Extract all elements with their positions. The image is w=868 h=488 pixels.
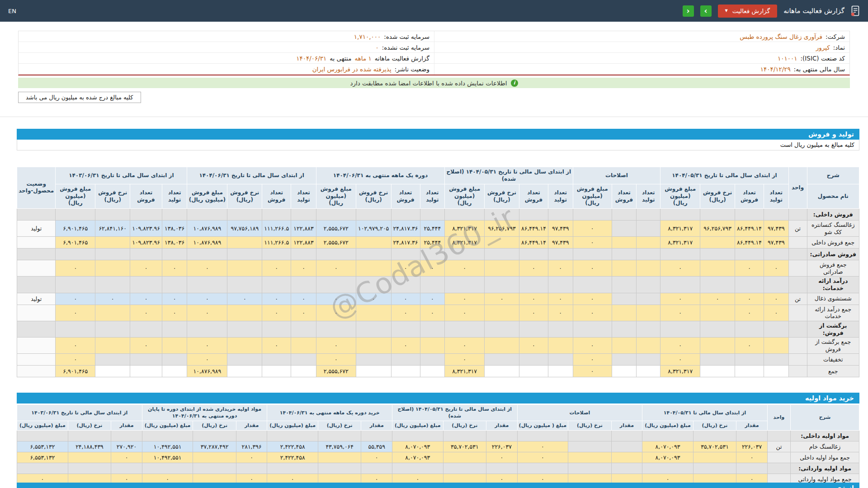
value-cell: ۲,۵۵۵,۶۷۲ bbox=[316, 366, 356, 377]
previous-announcement-button[interactable]: ‹ bbox=[683, 5, 694, 17]
value-cell: ۰ bbox=[316, 305, 356, 321]
value-cell bbox=[162, 366, 187, 377]
value-cell: ۱۰,۸۷۶,۹۸۹ bbox=[187, 366, 227, 377]
report-type-dropdown[interactable]: گزارش فعالیت ▼ bbox=[718, 5, 778, 18]
empty-cell bbox=[17, 321, 56, 337]
unit-cell bbox=[767, 452, 790, 463]
value-cell: ۰ bbox=[735, 260, 764, 277]
empty-cell bbox=[485, 321, 519, 337]
row-title-cell: زغالسنگ خام bbox=[791, 441, 859, 452]
empty-cell bbox=[517, 431, 568, 441]
empty-cell bbox=[735, 321, 764, 337]
value-cell: ۰ bbox=[519, 293, 548, 305]
next-announcement-button[interactable]: › bbox=[700, 5, 712, 17]
value-cell: ۸۶,۴۴۹.۱۴ bbox=[519, 237, 548, 249]
table-row: جمع۸,۳۲۱,۳۱۷۰۸,۳۲۱,۳۱۷۲,۵۵۵,۶۷۲۱۰,۸۷۶,۹۸… bbox=[17, 366, 859, 377]
column-header: نرخ فروش (ریال) bbox=[700, 184, 735, 209]
empty-cell bbox=[17, 277, 56, 293]
value-cell: ۱۰,۸۷۶,۹۸۹ bbox=[187, 220, 227, 236]
empty-cell bbox=[637, 249, 660, 260]
value-cell: ۰ bbox=[445, 260, 485, 277]
isic-row: کد صنعت (ISIC): ۱۰۱۰۰۱ bbox=[434, 53, 849, 64]
value-cell bbox=[420, 354, 445, 366]
registered-capital-row: سرمایه ثبت شده: ۱,۷۱۰,۰۰۰ bbox=[19, 31, 434, 42]
column-header: از ابتدای سال مالی تا ۱۴۰۴/۰۵/۳۱ bbox=[642, 405, 768, 421]
raw-materials-table: شرحواحداز ابتدای سال مالی تا ۱۴۰۴/۰۵/۳۱ا… bbox=[17, 404, 859, 488]
unregistered-capital-row: سرمایه ثبت نشده: ۰ bbox=[19, 42, 434, 53]
symbol-link[interactable]: کپرور bbox=[816, 44, 830, 51]
column-header: تعداد تولید bbox=[637, 184, 660, 209]
empty-cell bbox=[130, 249, 162, 260]
column-header: نرخ فروش (ریال) bbox=[485, 184, 519, 209]
column-header: دوره یک ماهه منتهی به ۱۴۰۴/۰۶/۳۱ bbox=[316, 167, 444, 184]
value-cell bbox=[519, 354, 548, 366]
unit-cell bbox=[788, 305, 807, 321]
section-row-label: مواد اولیه داخلی: bbox=[791, 431, 859, 441]
publisher-status-row: وضعیت ناشر: پذیرفته شده در فرابورس ایران bbox=[19, 64, 434, 75]
empty-cell bbox=[356, 321, 391, 337]
value-cell: ۰ bbox=[445, 305, 485, 321]
value-cell: ۰ bbox=[735, 338, 764, 354]
column-header: مبلغ فروش (میلیون ریال) bbox=[573, 184, 612, 209]
empty-cell bbox=[420, 321, 445, 337]
column-header: مقدار bbox=[736, 421, 768, 431]
empty-cell bbox=[56, 249, 95, 260]
value-cell bbox=[612, 260, 637, 277]
value-cell: ۲,۵۵۵,۶۷۲ bbox=[316, 220, 356, 236]
value-cell bbox=[637, 293, 660, 305]
info-icon: i bbox=[511, 80, 518, 87]
value-cell bbox=[700, 338, 735, 354]
company-name-link[interactable]: فرآوری زغال سنگ پرورده طبس bbox=[740, 33, 822, 40]
value-cell: ۰ bbox=[764, 305, 789, 321]
empty-cell bbox=[318, 463, 361, 474]
value-cell: ۶,۹۰۱,۴۶۵ bbox=[56, 237, 95, 249]
value-cell bbox=[391, 366, 420, 377]
column-header: از ابتدای سال مالی تا تاریخ ۱۴۰۳/۰۶/۳۱ bbox=[17, 405, 142, 421]
value-cell: ۲۷۰,۹۲۰ bbox=[111, 441, 142, 452]
value-cell bbox=[519, 366, 548, 377]
column-header: تعداد تولید bbox=[291, 184, 316, 209]
empty-cell bbox=[788, 321, 807, 337]
column-header: از ابتدای سال مالی تا تاریخ ۱۴۰۴/۰۶/۳۱ bbox=[187, 167, 316, 184]
empty-cell bbox=[392, 463, 443, 474]
empty-cell bbox=[142, 463, 193, 474]
empty-cell bbox=[637, 321, 660, 337]
column-header: نرخ فروش (ریال) bbox=[227, 184, 262, 209]
value-cell: ۰ bbox=[519, 305, 548, 321]
value-cell bbox=[262, 366, 291, 377]
value-cell: ۶,۵۵۳,۱۳۲ bbox=[17, 441, 68, 452]
status-cell bbox=[17, 305, 56, 321]
value-cell: ۱۰,۴۹۲,۵۵۱ bbox=[142, 452, 193, 463]
value-cell: ۰ bbox=[660, 354, 700, 366]
symbol-label: نماد: bbox=[833, 44, 845, 51]
value-cell: ۰ bbox=[187, 260, 227, 277]
value-cell: ۸,۳۲۱,۳۱۷ bbox=[445, 366, 485, 377]
language-toggle[interactable]: EN bbox=[8, 8, 16, 14]
column-header: مبلغ (میلیون ریال) bbox=[17, 421, 68, 431]
status-cell bbox=[17, 354, 56, 366]
empty-cell bbox=[767, 463, 790, 474]
value-cell bbox=[162, 354, 187, 366]
value-cell: ۰ bbox=[573, 220, 612, 236]
column-header: تعداد فروش bbox=[612, 184, 637, 209]
column-header: وضعیت محصول-واحد bbox=[17, 167, 56, 209]
value-cell: ۱۰,۴۹۲,۵۵۱ bbox=[142, 441, 193, 452]
empty-cell bbox=[485, 277, 519, 293]
empty-cell bbox=[187, 208, 227, 220]
value-cell: ۰ bbox=[162, 293, 187, 305]
isic-label: کد صنعت (ISIC): bbox=[801, 55, 845, 62]
value-cell bbox=[548, 354, 573, 366]
empty-cell bbox=[736, 431, 768, 441]
value-cell bbox=[700, 260, 735, 277]
value-cell bbox=[612, 220, 637, 236]
value-cell: ۰ bbox=[445, 293, 485, 305]
column-header: از ابتدای سال مالی تا تاریخ ۱۴۰۴/۰۵/۳۱ (… bbox=[392, 405, 517, 421]
value-cell bbox=[637, 338, 660, 354]
value-cell bbox=[291, 366, 316, 377]
column-header: نرخ (ریال) bbox=[68, 421, 111, 431]
production-sales-table: شرحواحداز ابتدای سال مالی تا تاریخ ۱۴۰۴/… bbox=[17, 167, 859, 377]
value-cell: ۰ bbox=[262, 305, 291, 321]
column-header: تعداد فروش bbox=[130, 184, 162, 209]
empty-cell bbox=[764, 277, 789, 293]
registered-capital-value: ۱,۷۱۰,۰۰۰ bbox=[354, 33, 381, 40]
